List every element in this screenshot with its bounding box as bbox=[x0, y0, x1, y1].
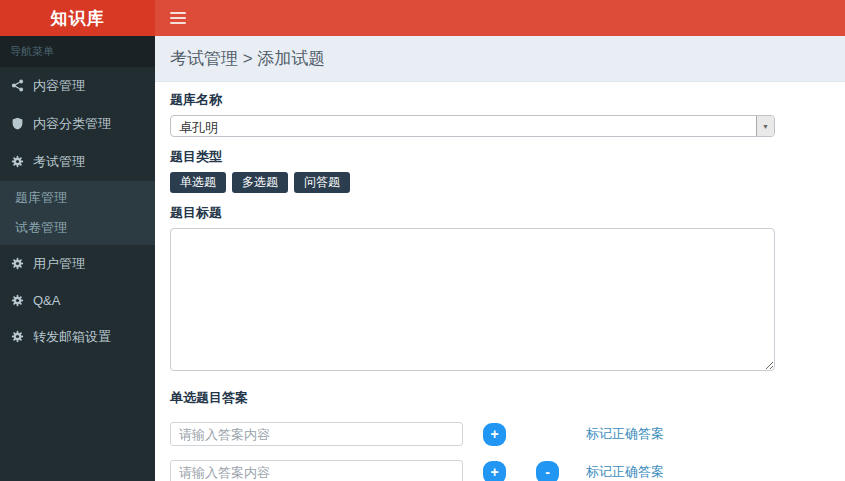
gear-icon bbox=[11, 330, 25, 344]
sidebar-section-label: 导航菜单 bbox=[0, 36, 155, 67]
sidebar-item-label: 转发邮箱设置 bbox=[33, 328, 111, 346]
app-logo[interactable]: 知识库 bbox=[0, 0, 155, 36]
single-choice-answers-label: 单选题目答案 bbox=[170, 389, 830, 407]
exam-management-submenu: 题库管理 试卷管理 bbox=[0, 181, 155, 245]
top-navbar bbox=[155, 0, 845, 36]
main-content: 考试管理 > 添加试题 题库名称 卓孔明 ▼ 题目类型 单选题 多选题 问答题 … bbox=[155, 36, 845, 481]
single-choice-button[interactable]: 单选题 bbox=[170, 172, 226, 193]
sidebar-item-forward-mailbox-settings[interactable]: 转发邮箱设置 bbox=[0, 318, 155, 356]
select-caret-icon[interactable]: ▼ bbox=[756, 116, 774, 136]
sidebar-item-content-category-management[interactable]: 内容分类管理 bbox=[0, 105, 155, 143]
add-question-form: 题库名称 卓孔明 ▼ 题目类型 单选题 多选题 问答题 题目标题 单选题目答案 … bbox=[155, 82, 845, 481]
gear-icon bbox=[11, 294, 25, 308]
sidebar-item-user-management[interactable]: 用户管理 bbox=[0, 245, 155, 283]
mark-correct-answer-link-2[interactable]: 标记正确答案 bbox=[586, 463, 664, 481]
answer-row: + - 标记正确答案 bbox=[170, 460, 830, 481]
add-answer-button[interactable]: + bbox=[483, 423, 506, 446]
gear-icon bbox=[11, 257, 25, 271]
question-title-textarea[interactable] bbox=[170, 228, 775, 371]
shield-icon bbox=[11, 117, 25, 131]
question-bank-label: 题库名称 bbox=[170, 91, 830, 109]
answer-row: + 标记正确答案 bbox=[170, 422, 830, 446]
question-title-label: 题目标题 bbox=[170, 204, 830, 222]
sidebar-item-qa[interactable]: Q&A bbox=[0, 283, 155, 318]
qa-question-button[interactable]: 问答题 bbox=[294, 172, 350, 193]
sidebar-item-label: 用户管理 bbox=[33, 255, 85, 273]
answer-input-2[interactable] bbox=[170, 460, 463, 481]
add-answer-button[interactable]: + bbox=[483, 461, 506, 481]
sidebar-subitem-test-paper-management[interactable]: 试卷管理 bbox=[0, 213, 155, 243]
question-bank-select[interactable]: 卓孔明 ▼ bbox=[170, 115, 775, 137]
mark-correct-answer-link-1[interactable]: 标记正确答案 bbox=[586, 425, 664, 443]
sidebar-subitem-question-bank-management[interactable]: 题库管理 bbox=[0, 183, 155, 213]
hamburger-menu-icon[interactable] bbox=[170, 12, 186, 24]
question-type-buttons: 单选题 多选题 问答题 bbox=[170, 172, 830, 193]
sidebar-item-label: Q&A bbox=[33, 293, 60, 308]
sidebar-item-label: 内容分类管理 bbox=[33, 115, 111, 133]
sidebar-item-content-management[interactable]: 内容管理 bbox=[0, 67, 155, 105]
sidebar: 导航菜单 内容管理 内容分类管理 考试管理 题库管理 试卷管理 用户管理 Q&A bbox=[0, 36, 155, 481]
remove-answer-button[interactable]: - bbox=[536, 461, 559, 481]
question-type-label: 题目类型 bbox=[170, 148, 830, 166]
sidebar-item-exam-management[interactable]: 考试管理 bbox=[0, 143, 155, 181]
answer-input-1[interactable] bbox=[170, 422, 463, 446]
gear-icon bbox=[11, 155, 25, 169]
breadcrumb: 考试管理 > 添加试题 bbox=[155, 36, 845, 82]
share-nodes-icon bbox=[11, 79, 25, 93]
top-header: 知识库 bbox=[0, 0, 845, 36]
sidebar-item-label: 考试管理 bbox=[33, 153, 85, 171]
question-bank-selected-value: 卓孔明 bbox=[171, 116, 756, 136]
sidebar-item-label: 内容管理 bbox=[33, 77, 85, 95]
multiple-choice-button[interactable]: 多选题 bbox=[232, 172, 288, 193]
